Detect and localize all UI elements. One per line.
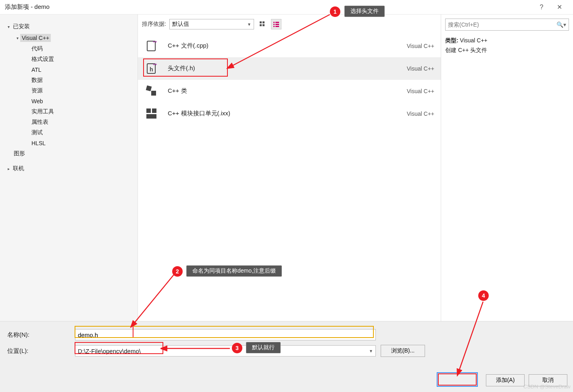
template-label: C++ 类 (168, 87, 407, 95)
callout-1: 1 (330, 6, 340, 17)
type-label: 类型: (445, 37, 458, 44)
tree-leaf-test[interactable]: 测试 (21, 127, 134, 138)
class-icon (144, 84, 159, 98)
template-lang: Visual C++ (407, 43, 434, 49)
close-button[interactable]: ✕ (550, 1, 568, 13)
tree-leaf-props[interactable]: 属性表 (21, 117, 134, 127)
template-header-file[interactable]: h++ 头文件(.h) Visual C++ (138, 57, 441, 80)
callout-1-label: 选择头文件 (344, 6, 385, 17)
svg-text:++: ++ (153, 40, 157, 44)
location-label: 位置(L): (7, 347, 75, 355)
tree-online[interactable]: ▸ 联机 (3, 163, 134, 174)
svg-rect-0 (260, 21, 262, 23)
tree-leaf-data[interactable]: 数据 (21, 75, 134, 85)
callout-2: 2 (172, 266, 183, 277)
type-value: Visual C++ (460, 37, 488, 44)
search-icon[interactable]: 🔍▾ (554, 21, 566, 28)
sort-label: 排序依据: (142, 21, 166, 28)
module-icon (144, 106, 159, 121)
chevron-down-icon: ▾ (6, 25, 11, 29)
location-value: D:\Z-File\opencv\demo\ (78, 348, 367, 354)
tree-leaf-format[interactable]: 格式设置 (21, 54, 134, 65)
callout-2-label: 命名为同项目名称demo,注意后缀 (186, 265, 282, 277)
tree-leaf-resource[interactable]: 资源 (21, 85, 134, 96)
tree-label-online: 联机 (11, 164, 26, 173)
svg-rect-15 (146, 85, 152, 91)
svg-rect-7 (275, 24, 279, 25)
browse-button[interactable]: 浏览(B)... (381, 345, 425, 357)
cpp-file-icon: ++ (144, 39, 159, 53)
search-input[interactable] (448, 21, 554, 28)
template-pane: 排序依据: 默认值 ▼ ++ C++ 文件(.cpp) Visual C++ (138, 15, 441, 321)
callout-3-label: 默认就行 (246, 342, 281, 353)
chevron-down-icon: ▼ (247, 22, 251, 27)
template-label: 头文件(.h) (168, 65, 407, 72)
name-field-wrap (75, 329, 376, 340)
toolbar: 排序依据: 默认值 ▼ (138, 15, 441, 31)
svg-rect-4 (273, 22, 275, 23)
tree-label-visualcpp: Visual C++ (20, 34, 51, 42)
titlebar: 添加新项 - demo ? ✕ (0, 0, 573, 15)
sort-value: 默认值 (172, 21, 189, 28)
window-title: 添加新项 - demo (5, 3, 533, 11)
sort-dropdown[interactable]: 默认值 ▼ (169, 19, 254, 29)
template-cpp-file[interactable]: ++ C++ 文件(.cpp) Visual C++ (138, 35, 441, 57)
svg-rect-5 (275, 22, 279, 23)
info-pane: 🔍▾ 类型: Visual C++ 创建 C++ 头文件 (441, 15, 573, 321)
template-lang: Visual C++ (407, 88, 434, 94)
chevron-down-icon: ▼ (367, 349, 373, 353)
chevron-right-icon: ▸ (6, 167, 11, 171)
watermark: CSDN @SteveDraw (523, 384, 571, 390)
callout-4: 4 (478, 290, 489, 301)
tree-leaf-graphics[interactable]: 图形 (12, 148, 134, 159)
tree-leaf-code[interactable]: 代码 (21, 44, 134, 54)
svg-rect-17 (146, 108, 151, 113)
tree-visualcpp[interactable]: ▾ Visual C++ (12, 32, 134, 44)
callout-3: 3 (232, 343, 242, 353)
help-button[interactable]: ? (533, 1, 550, 13)
tree-leaf-utility[interactable]: 实用工具 (21, 106, 134, 117)
chevron-down-icon: ▾ (15, 36, 20, 40)
tree-label-installed: 已安装 (11, 22, 31, 31)
svg-rect-9 (275, 26, 279, 27)
category-tree: ▾ 已安装 ▾ Visual C++ 代码 格式设置 ATL 数据 资源 Web… (0, 15, 138, 321)
template-label: C++ 模块接口单元(.ixx) (168, 110, 407, 117)
main-area: ▾ 已安装 ▾ Visual C++ 代码 格式设置 ATL 数据 资源 Web… (0, 15, 573, 321)
search-box[interactable]: 🔍▾ (445, 19, 569, 31)
template-lang: Visual C++ (407, 65, 434, 72)
name-label: 名称(N): (7, 331, 75, 339)
template-label: C++ 文件(.cpp) (168, 42, 407, 50)
svg-rect-2 (260, 24, 262, 26)
svg-rect-18 (152, 108, 156, 113)
svg-rect-1 (263, 21, 265, 23)
tree-leaf-atl[interactable]: ATL (21, 65, 134, 75)
add-button[interactable]: 添加(A) (486, 374, 525, 386)
desc-line: 创建 C++ 头文件 (445, 47, 569, 54)
location-row: 位置(L): D:\Z-File\opencv\demo\ ▼ 浏览(B)... (7, 344, 566, 358)
template-cpp-class[interactable]: C++ 类 Visual C++ (138, 80, 441, 102)
svg-rect-8 (273, 26, 275, 27)
name-input[interactable] (78, 332, 373, 338)
svg-text:++: ++ (153, 63, 157, 67)
svg-rect-3 (263, 24, 265, 26)
header-file-icon: h++ (144, 61, 159, 76)
type-line: 类型: Visual C++ (445, 37, 569, 44)
svg-rect-16 (151, 91, 156, 96)
location-field-wrap[interactable]: D:\Z-File\opencv\demo\ ▼ (75, 345, 376, 357)
svg-rect-19 (146, 114, 156, 119)
svg-rect-6 (273, 24, 275, 25)
template-lang: Visual C++ (407, 111, 434, 117)
tree-leaf-web[interactable]: Web (21, 96, 134, 106)
name-row: 名称(N): (7, 328, 566, 342)
bottom-panel: 名称(N): 位置(L): D:\Z-File\opencv\demo\ ▼ 浏… (0, 321, 573, 392)
tree-installed[interactable]: ▾ 已安装 (3, 21, 134, 32)
template-module-ixx[interactable]: C++ 模块接口单元(.ixx) Visual C++ (138, 102, 441, 125)
tree-leaf-hlsl[interactable]: HLSL (21, 138, 134, 148)
view-large-icons-button[interactable] (257, 19, 268, 29)
view-list-button[interactable] (271, 19, 281, 29)
svg-text:h: h (150, 66, 153, 73)
template-list: ++ C++ 文件(.cpp) Visual C++ h++ 头文件(.h) V… (138, 35, 441, 125)
